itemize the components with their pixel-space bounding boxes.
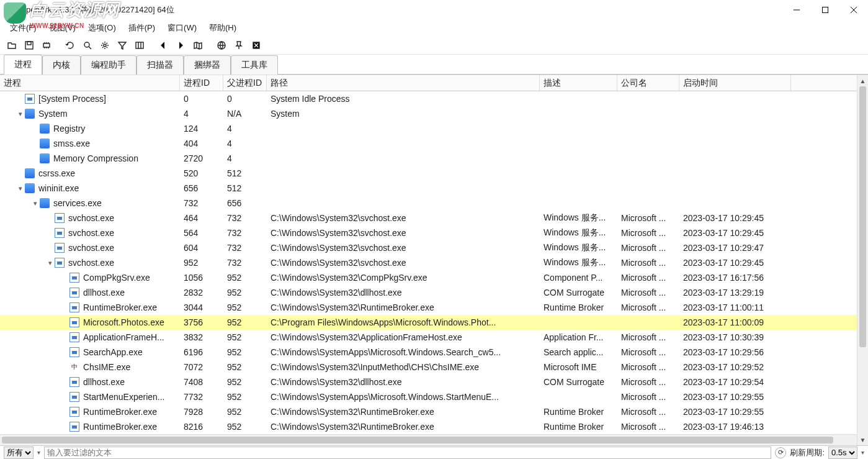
table-row[interactable]: ApplicationFrameH...3832952C:\Windows\Sy…: [0, 330, 857, 345]
cell-path: System: [267, 109, 540, 119]
process-name: svchost.exe: [68, 258, 114, 268]
stop-icon[interactable]: [248, 38, 264, 53]
cell-pid: 952: [180, 258, 223, 268]
tab-0[interactable]: 进程: [4, 55, 42, 75]
column-header[interactable]: 进程ID: [180, 75, 223, 91]
vertical-scrollbar[interactable]: ▲ ▼: [857, 75, 868, 445]
filter-scope-select[interactable]: 所有: [4, 447, 34, 459]
menu-item[interactable]: 窗口(W): [161, 21, 203, 35]
tab-5[interactable]: 工具库: [231, 55, 278, 75]
columns-icon[interactable]: [132, 38, 148, 53]
maximize-button[interactable]: [811, 0, 839, 20]
search-icon[interactable]: [79, 38, 96, 53]
cell-pid: 7072: [180, 362, 223, 372]
process-name: StartMenuExperien...: [83, 392, 165, 402]
cell-pid: 3832: [180, 332, 223, 342]
table-row[interactable]: StartMenuExperien...7732952C:\Windows\Sy…: [0, 389, 857, 404]
gear-icon[interactable]: [97, 38, 113, 53]
column-header[interactable]: 父进程ID: [223, 75, 267, 91]
table-row[interactable]: ▾System4N/ASystem: [0, 106, 857, 121]
table-row[interactable]: ChsIME.exe7072952C:\Windows\System32\Inp…: [0, 360, 857, 375]
filter-input[interactable]: [44, 447, 771, 459]
menu-item[interactable]: 文件(F): [4, 21, 43, 35]
minimize-button[interactable]: [782, 0, 811, 20]
table-row[interactable]: SearchApp.exe6196952C:\Windows\SystemApp…: [0, 345, 857, 360]
cell-path: C:\Windows\System32\svchost.exe: [267, 228, 540, 238]
tab-1[interactable]: 内核: [42, 55, 81, 75]
cell-ppid: 952: [223, 347, 267, 357]
table-row[interactable]: ▾wininit.exe656512: [0, 181, 857, 196]
globe-icon[interactable]: [213, 38, 230, 53]
table-row[interactable]: CompPkgSrv.exe1056952C:\Windows\System32…: [0, 270, 857, 285]
process-icon: [69, 347, 79, 357]
column-header[interactable]: 公司名: [617, 75, 679, 91]
process-icon: [55, 228, 65, 238]
horizontal-scrollbar[interactable]: [0, 434, 857, 445]
table-row[interactable]: RuntimeBroker.exe8216952C:\Windows\Syste…: [0, 419, 857, 434]
cell-ppid: 952: [223, 273, 267, 283]
process-name: ChsIME.exe: [83, 362, 130, 372]
table-row[interactable]: RuntimeBroker.exe7928952C:\Windows\Syste…: [0, 404, 857, 419]
scroll-down-icon[interactable]: ▼: [857, 434, 868, 445]
cell-ppid: 4: [223, 139, 267, 148]
table-row[interactable]: Registry1244: [0, 121, 857, 136]
table-row[interactable]: csrss.exe520512: [0, 166, 857, 181]
chevron-icon[interactable]: ▾: [16, 184, 25, 193]
cell-comp: Microsoft ...: [617, 288, 679, 298]
tab-2[interactable]: 编程助手: [81, 55, 136, 75]
table-row[interactable]: ▾svchost.exe952732C:\Windows\System32\sv…: [0, 255, 857, 270]
dropdown-icon: ▾: [37, 449, 40, 456]
table-row[interactable]: Memory Compression27204: [0, 151, 857, 166]
forward-icon[interactable]: [172, 38, 189, 53]
column-header[interactable]: 进程: [0, 75, 180, 91]
menu-item[interactable]: 选项(O): [82, 21, 122, 35]
menu-item[interactable]: 视图(V): [43, 21, 82, 35]
svg-rect-0: [823, 7, 828, 13]
table-row[interactable]: ▾services.exe732656: [0, 196, 857, 211]
menu-item[interactable]: 插件(P): [122, 21, 161, 35]
map-icon[interactable]: [190, 38, 206, 53]
refresh-toggle-icon[interactable]: ⟳: [775, 447, 786, 458]
table-row[interactable]: smss.exe4044: [0, 136, 857, 151]
cell-ppid: 952: [223, 317, 267, 327]
table-row[interactable]: dllhost.exe7408952C:\Windows\System32\dl…: [0, 375, 857, 389]
process-name: SearchApp.exe: [83, 347, 143, 357]
table-row[interactable]: RuntimeBroker.exe3044952C:\Windows\Syste…: [0, 300, 857, 315]
column-header[interactable]: 描述: [540, 75, 617, 91]
open-icon[interactable]: [4, 38, 20, 53]
table-row[interactable]: svchost.exe464732C:\Windows\System32\svc…: [0, 211, 857, 225]
close-button[interactable]: [839, 0, 868, 20]
filter-icon[interactable]: [114, 38, 130, 53]
chevron-icon[interactable]: ▾: [46, 259, 55, 267]
cell-time: 2023-03-17 11:00:11: [679, 302, 791, 312]
cell-path: C:\Windows\System32\svchost.exe: [267, 243, 540, 253]
cell-pid: 564: [180, 228, 223, 238]
column-header[interactable]: 启动时间: [679, 75, 791, 91]
table-row[interactable]: Microsoft.Photos.exe3756952C:\Program Fi…: [0, 315, 857, 330]
table-row[interactable]: dllhost.exe2832952C:\Windows\System32\dl…: [0, 285, 857, 300]
pin-icon[interactable]: [231, 38, 247, 53]
scroll-up-icon[interactable]: ▲: [857, 75, 868, 86]
back-icon[interactable]: [155, 38, 171, 53]
tab-4[interactable]: 捆绑器: [184, 55, 231, 75]
refresh-icon[interactable]: [62, 38, 78, 53]
memory-icon[interactable]: [38, 38, 55, 53]
save-icon[interactable]: [21, 38, 37, 53]
table-row[interactable]: svchost.exe604732C:\Windows\System32\svc…: [0, 240, 857, 255]
tab-3[interactable]: 扫描器: [136, 55, 184, 75]
cell-ppid: 732: [223, 258, 267, 268]
table-row[interactable]: svchost.exe564732C:\Windows\System32\svc…: [0, 225, 857, 240]
chevron-icon[interactable]: ▾: [31, 199, 40, 207]
refresh-interval-select[interactable]: 0.5s: [828, 447, 857, 459]
process-icon: [55, 258, 65, 268]
cell-pid: 7408: [180, 377, 223, 387]
process-icon: [40, 198, 50, 208]
table-row[interactable]: [System Process]00System Idle Process: [0, 91, 857, 106]
column-header[interactable]: 路径: [267, 75, 540, 91]
cell-path: C:\Windows\System32\svchost.exe: [267, 213, 540, 223]
cell-path: C:\Windows\System32\svchost.exe: [267, 258, 540, 268]
menu-item[interactable]: 帮助(H): [203, 21, 243, 35]
cell-comp: Microsoft ...: [617, 332, 679, 342]
chevron-icon[interactable]: ▾: [16, 110, 25, 118]
process-icon: [69, 317, 79, 327]
